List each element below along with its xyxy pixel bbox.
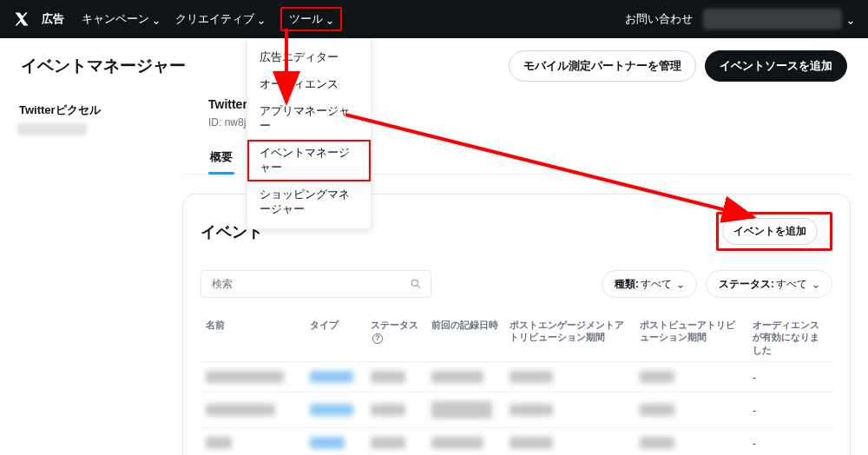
chevron-down-icon xyxy=(677,280,684,287)
dd-audiences[interactable]: オーディエンス xyxy=(247,71,371,98)
svg-point-0 xyxy=(411,280,418,286)
cell-audience: - xyxy=(747,361,832,392)
type-filter-label: 種類: xyxy=(615,277,639,292)
help-icon[interactable]: ? xyxy=(372,333,383,344)
chevron-down-icon xyxy=(812,280,819,287)
nav-campaigns-label: キャンペーン xyxy=(82,11,149,27)
account-switcher[interactable] xyxy=(703,9,842,30)
cell-audience: - xyxy=(747,392,832,427)
table-row[interactable]: - xyxy=(201,392,832,427)
sidebar: Twitterピクセル xyxy=(0,97,174,135)
events-card: イベント イベントを追加 種類: すべて xyxy=(182,194,851,455)
tab-overview[interactable]: 概要 xyxy=(208,142,234,174)
chevron-down-icon xyxy=(153,16,160,23)
type-filter[interactable]: 種類: すべて xyxy=(602,270,697,298)
add-event-source-button[interactable]: イベントソースを追加 xyxy=(705,50,847,82)
manage-mobile-partner-button[interactable]: モバイル測定パートナーを管理 xyxy=(509,50,696,82)
nav-creative[interactable]: クリエイティブ xyxy=(175,11,265,27)
nav-brand: 広告 xyxy=(42,11,64,27)
nav-tools-label: ツール xyxy=(289,11,323,27)
col-post-view: ポストビューアトリビューション期間 xyxy=(635,312,747,361)
nav-contact[interactable]: お問い合わせ xyxy=(625,11,693,27)
col-status: ステータス ? xyxy=(365,312,426,361)
dd-shopping-manager[interactable]: ショッピングマネージャー xyxy=(247,181,371,223)
sidebar-sub-redacted xyxy=(17,123,87,135)
status-filter[interactable]: ステータス: すべて xyxy=(706,270,832,298)
chevron-down-icon xyxy=(326,16,333,23)
tools-dropdown: 広告エディター オーディエンス アプリマネージャー イベントマネージャー ショッ… xyxy=(247,38,372,229)
top-nav: 広告 キャンペーン クリエイティブ ツール お問い合わせ xyxy=(0,0,868,38)
status-filter-label: ステータス: xyxy=(719,277,774,292)
nav-creative-label: クリエイティブ xyxy=(175,11,254,27)
status-filter-value: すべて xyxy=(776,277,807,292)
col-type: タイプ xyxy=(305,312,365,361)
nav-tools[interactable]: ツール xyxy=(280,7,342,31)
pixel-id-label: ID: nw8j2 xyxy=(208,116,252,129)
col-last-recorded: 前回の記録日時 xyxy=(426,312,504,361)
type-filter-value: すべて xyxy=(641,277,672,292)
table-row[interactable]: - xyxy=(201,427,832,455)
dd-app-manager[interactable]: アプリマネージャー xyxy=(247,98,371,140)
cell-audience: - xyxy=(747,427,832,455)
add-event-button[interactable]: イベントを追加 xyxy=(722,218,818,245)
events-table: 名前 タイプ ステータス ? 前回の記録日時 ポストエンゲージメントアトリビュー… xyxy=(201,312,832,455)
page-header: イベントマネージャー モバイル測定パートナーを管理 イベントソースを追加 xyxy=(0,38,868,97)
chevron-down-icon xyxy=(847,16,854,23)
dd-ad-editor[interactable]: 広告エディター xyxy=(247,44,371,71)
nav-campaigns[interactable]: キャンペーン xyxy=(82,11,160,27)
search-icon xyxy=(410,278,422,290)
events-search[interactable] xyxy=(201,270,431,298)
x-logo-icon xyxy=(14,11,30,27)
dd-event-manager[interactable]: イベントマネージャー xyxy=(247,140,371,181)
page-title: イベントマネージャー xyxy=(21,55,186,77)
add-event-highlight: イベントを追加 xyxy=(716,212,832,251)
col-name: 名前 xyxy=(201,312,305,361)
col-post-engagement: ポストエンゲージメントアトリビューション期間 xyxy=(504,312,635,361)
sidebar-item-pixel[interactable]: Twitterピクセル xyxy=(10,97,174,123)
table-row[interactable]: - xyxy=(201,361,832,392)
col-audience-enabled: オーディエンスが有効になりました xyxy=(747,312,832,361)
events-search-input[interactable] xyxy=(210,277,410,291)
chevron-down-icon xyxy=(258,16,265,23)
